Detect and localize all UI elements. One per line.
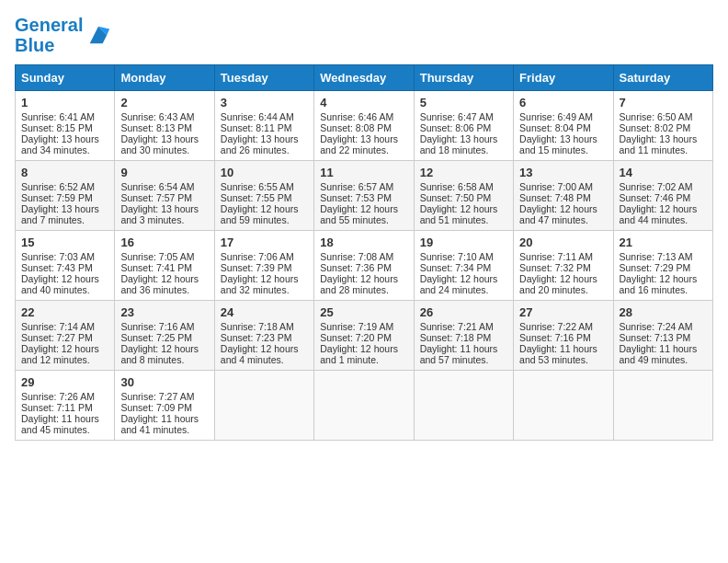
calendar-cell: 22Sunrise: 7:14 AMSunset: 7:27 PMDayligh… <box>16 301 115 371</box>
day-content: Daylight: 12 hours <box>620 203 707 214</box>
day-content: Sunset: 7:32 PM <box>519 262 607 273</box>
day-content: Sunset: 8:13 PM <box>120 122 208 133</box>
calendar-cell: 26Sunrise: 7:21 AMSunset: 7:18 PMDayligh… <box>414 301 513 371</box>
calendar-cell: 14Sunrise: 7:02 AMSunset: 7:46 PMDayligh… <box>613 161 712 231</box>
calendar-cell: 9Sunrise: 6:54 AMSunset: 7:57 PMDaylight… <box>115 161 214 231</box>
calendar-cell: 28Sunrise: 7:24 AMSunset: 7:13 PMDayligh… <box>613 301 712 371</box>
calendar-cell <box>314 371 414 441</box>
day-content: Daylight: 12 hours <box>120 273 208 284</box>
day-content: and 34 minutes. <box>21 144 108 155</box>
day-content: Sunrise: 6:52 AM <box>21 181 108 192</box>
day-content: and 26 minutes. <box>221 144 308 155</box>
day-content: Daylight: 12 hours <box>320 343 407 354</box>
calendar-cell: 27Sunrise: 7:22 AMSunset: 7:16 PMDayligh… <box>514 301 613 371</box>
calendar-week-1: 1Sunrise: 6:41 AMSunset: 8:15 PMDaylight… <box>16 91 713 161</box>
day-content: Sunset: 7:34 PM <box>420 262 507 273</box>
day-content: Sunset: 7:43 PM <box>21 262 108 273</box>
day-content: and 7 minutes. <box>21 214 108 225</box>
page-header: General Blue <box>15 15 713 55</box>
calendar-cell: 29Sunrise: 7:26 AMSunset: 7:11 PMDayligh… <box>16 371 115 441</box>
day-content: Sunset: 7:27 PM <box>21 332 108 343</box>
day-number: 29 <box>21 375 108 389</box>
calendar-cell: 16Sunrise: 7:05 AMSunset: 7:41 PMDayligh… <box>115 231 214 301</box>
day-content: Sunrise: 6:50 AM <box>620 111 707 122</box>
calendar-cell: 12Sunrise: 6:58 AMSunset: 7:50 PMDayligh… <box>414 161 513 231</box>
day-content: Sunset: 7:46 PM <box>620 192 707 203</box>
calendar-cell: 11Sunrise: 6:57 AMSunset: 7:53 PMDayligh… <box>314 161 414 231</box>
day-content: and 44 minutes. <box>620 214 707 225</box>
day-number: 20 <box>519 236 607 249</box>
day-content: Sunset: 7:59 PM <box>21 192 108 203</box>
day-content: Sunset: 7:48 PM <box>519 192 607 203</box>
day-number: 28 <box>620 305 707 319</box>
day-number: 25 <box>320 305 407 319</box>
day-content: Sunset: 7:39 PM <box>221 262 308 273</box>
logo-icon <box>85 22 111 48</box>
day-number: 24 <box>221 305 308 319</box>
calendar-week-3: 15Sunrise: 7:03 AMSunset: 7:43 PMDayligh… <box>16 231 713 301</box>
day-content: Daylight: 11 hours <box>420 343 507 354</box>
calendar-cell: 19Sunrise: 7:10 AMSunset: 7:34 PMDayligh… <box>414 231 513 301</box>
day-content: Sunset: 7:53 PM <box>320 192 407 203</box>
day-content: Sunrise: 6:47 AM <box>420 111 507 122</box>
day-content: Sunset: 7:29 PM <box>620 262 707 273</box>
day-content: Daylight: 13 hours <box>519 133 607 144</box>
day-content: Sunset: 7:09 PM <box>120 402 208 413</box>
day-content: Daylight: 12 hours <box>519 273 607 284</box>
day-content: Daylight: 12 hours <box>420 203 507 214</box>
day-content: Sunset: 7:13 PM <box>620 332 707 343</box>
day-content: Daylight: 12 hours <box>420 273 507 284</box>
day-number: 23 <box>120 305 208 319</box>
day-content: Daylight: 11 hours <box>620 343 707 354</box>
day-content: Sunset: 7:20 PM <box>320 332 407 343</box>
day-content: and 12 minutes. <box>21 354 108 365</box>
calendar-week-2: 8Sunrise: 6:52 AMSunset: 7:59 PMDaylight… <box>16 161 713 231</box>
day-content: and 1 minute. <box>320 354 407 365</box>
day-number: 2 <box>120 96 208 109</box>
day-content: Daylight: 12 hours <box>320 203 407 214</box>
day-content: Sunrise: 7:13 AM <box>620 251 707 262</box>
day-content: Daylight: 13 hours <box>21 203 108 214</box>
day-content: Daylight: 13 hours <box>221 133 308 144</box>
day-number: 11 <box>320 166 407 179</box>
day-content: and 30 minutes. <box>120 144 208 155</box>
day-content: Sunset: 7:36 PM <box>320 262 407 273</box>
day-content: Sunrise: 6:41 AM <box>21 111 108 122</box>
day-number: 27 <box>519 305 607 319</box>
day-content: and 47 minutes. <box>519 214 607 225</box>
day-content: Sunrise: 7:05 AM <box>120 251 208 262</box>
day-number: 26 <box>420 305 507 319</box>
day-content: Daylight: 13 hours <box>320 133 407 144</box>
day-content: and 16 minutes. <box>620 284 707 295</box>
calendar-cell <box>514 371 613 441</box>
day-content: Sunrise: 6:58 AM <box>420 181 507 192</box>
day-content: and 41 minutes. <box>120 424 208 435</box>
day-content: Sunrise: 7:14 AM <box>21 321 108 332</box>
day-content: Sunrise: 6:55 AM <box>221 181 308 192</box>
day-content: Daylight: 12 hours <box>221 343 308 354</box>
day-content: Daylight: 12 hours <box>221 203 308 214</box>
calendar-cell: 24Sunrise: 7:18 AMSunset: 7:23 PMDayligh… <box>214 301 313 371</box>
day-content: Sunset: 7:57 PM <box>120 192 208 203</box>
weekday-header-monday: Monday <box>115 65 214 91</box>
calendar-cell: 21Sunrise: 7:13 AMSunset: 7:29 PMDayligh… <box>613 231 712 301</box>
day-content: Sunrise: 7:22 AM <box>519 321 607 332</box>
day-number: 19 <box>420 236 507 249</box>
day-content: and 51 minutes. <box>420 214 507 225</box>
day-number: 30 <box>120 375 208 389</box>
day-number: 12 <box>420 166 507 179</box>
day-number: 14 <box>620 166 707 179</box>
day-content: and 4 minutes. <box>221 354 308 365</box>
weekday-header-saturday: Saturday <box>613 65 712 91</box>
day-content: Daylight: 12 hours <box>620 273 707 284</box>
day-content: and 28 minutes. <box>320 284 407 295</box>
day-content: Sunrise: 7:19 AM <box>320 321 407 332</box>
calendar-cell: 25Sunrise: 7:19 AMSunset: 7:20 PMDayligh… <box>314 301 414 371</box>
calendar-cell: 3Sunrise: 6:44 AMSunset: 8:11 PMDaylight… <box>214 91 313 161</box>
day-number: 13 <box>519 166 607 179</box>
calendar-cell: 10Sunrise: 6:55 AMSunset: 7:55 PMDayligh… <box>214 161 313 231</box>
calendar-cell: 30Sunrise: 7:27 AMSunset: 7:09 PMDayligh… <box>115 371 214 441</box>
day-content: Sunset: 8:08 PM <box>320 122 407 133</box>
day-content: Daylight: 12 hours <box>120 343 208 354</box>
day-content: and 3 minutes. <box>120 214 208 225</box>
